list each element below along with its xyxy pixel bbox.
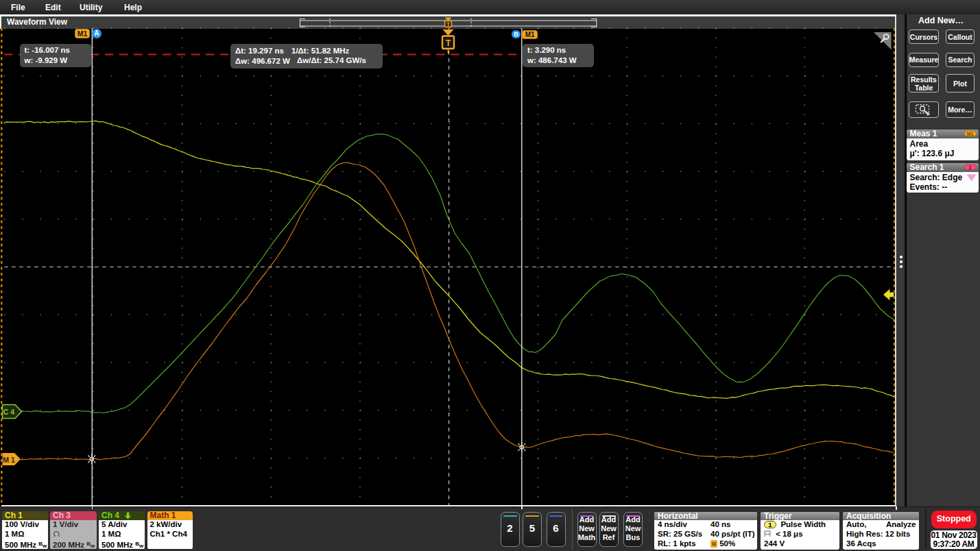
svg-text:T: T: [446, 38, 451, 48]
svg-text:C 4: C 4: [3, 408, 15, 416]
svg-text:M 1: M 1: [3, 456, 15, 464]
